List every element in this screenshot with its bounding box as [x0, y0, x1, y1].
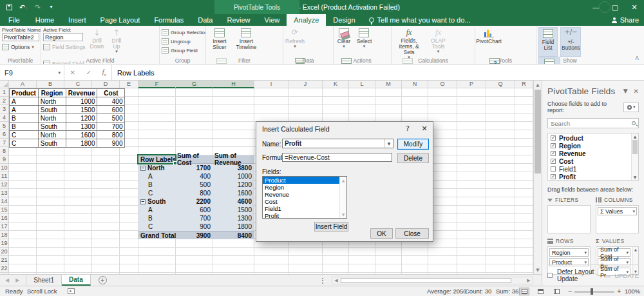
column-header-D[interactable]: D — [92, 81, 120, 88]
cell[interactable]: 500 — [97, 114, 125, 123]
collapse-group-icon[interactable]: − — [140, 166, 146, 171]
cell[interactable]: 900 — [97, 139, 125, 148]
field-list-scrollbar[interactable]: ▲ ▼ — [631, 133, 638, 180]
cell[interactable]: Revenue — [66, 89, 97, 97]
scroll-up-icon[interactable]: ▲ — [633, 248, 638, 252]
column-header-Q[interactable]: Q — [486, 81, 515, 88]
dialog-title-bar[interactable]: Insert Calculated Field ? ✕ — [256, 122, 433, 135]
undo-icon[interactable]: ↶▾ — [19, 4, 28, 11]
cell[interactable]: 1300 — [66, 123, 97, 131]
pivot-cell[interactable]: 1200 — [213, 181, 254, 188]
pivottable-name-input[interactable]: PivotTable2 — [2, 33, 39, 41]
close-button[interactable]: Close — [395, 228, 429, 239]
field-item-cost[interactable]: Cost — [548, 157, 638, 165]
plus-minus-buttons-button[interactable]: +/− +/- Buttons — [560, 27, 581, 57]
share-button[interactable]: Share — [612, 14, 639, 26]
name-dropdown-icon[interactable]: ▼ — [384, 139, 393, 148]
vertical-scrollbar[interactable]: ▲ ▼ — [533, 81, 542, 274]
tab-review[interactable]: Review — [220, 14, 257, 26]
field-item-product[interactable]: Product — [548, 134, 638, 142]
row-header-15[interactable]: 15 — [0, 206, 9, 214]
modify-button[interactable]: Modify — [397, 139, 429, 150]
checkbox-icon[interactable] — [551, 166, 556, 172]
scroll-up-icon[interactable]: ▲ — [632, 134, 638, 139]
zoom-slider-thumb[interactable] — [591, 288, 593, 295]
tab-file[interactable]: File — [0, 14, 28, 26]
cell[interactable]: A — [10, 106, 39, 114]
row-header-1[interactable]: 1 — [0, 88, 9, 97]
cell[interactable]: 400 — [97, 97, 125, 106]
row-header-20[interactable]: 20 — [0, 248, 9, 256]
pivot-cell[interactable]: 1800 — [213, 223, 254, 230]
pane-close-icon[interactable]: ✕ — [634, 88, 639, 95]
group-selection-button[interactable]: Group Selection — [162, 28, 204, 37]
scroll-up-icon[interactable]: ▲ — [340, 178, 346, 183]
insert-timeline-button[interactable]: Insert Timeline — [234, 27, 258, 57]
checkbox-checked-icon[interactable] — [551, 143, 556, 148]
search-input[interactable]: Search — [547, 118, 639, 128]
cell[interactable]: 700 — [97, 123, 125, 131]
row-header-4[interactable]: 4 — [0, 113, 9, 122]
cell[interactable]: Region — [38, 89, 66, 97]
tell-me-box[interactable]: Tell me what you want to do... — [363, 14, 477, 26]
column-header-P[interactable]: P — [457, 81, 486, 88]
normal-view-icon[interactable] — [519, 288, 529, 295]
cell[interactable]: C — [10, 139, 39, 148]
collapse-group-icon[interactable]: − — [140, 199, 146, 204]
fields-items-sets-button[interactable]: fx Fields, Items, & Sets▾ — [393, 27, 424, 57]
horizontal-scrollbar[interactable]: ◀ ▶ — [332, 277, 533, 284]
row-header-14[interactable]: 14 — [0, 197, 9, 206]
sheet-tab-data[interactable]: Data — [62, 275, 91, 286]
refresh-button[interactable]: ⟳ Refresh▾ — [285, 27, 305, 57]
row-header-22[interactable]: 22 — [0, 264, 9, 273]
next-sheet-icon[interactable]: ▶ — [15, 277, 19, 283]
olap-tools-button[interactable]: fx OLAP Tools▾ — [427, 27, 449, 57]
customize-qat-icon[interactable]: ▾ — [50, 5, 52, 10]
macro-record-icon[interactable] — [68, 288, 75, 294]
listbox-scrollbar[interactable]: ▲ ▼ — [339, 177, 346, 218]
cell[interactable]: 1500 — [66, 106, 97, 114]
cell[interactable]: 600 — [97, 106, 125, 114]
ok-button[interactable]: OK — [370, 228, 393, 239]
list-item[interactable]: Revenue — [263, 191, 346, 198]
clear-button[interactable]: Clear▾ — [336, 27, 352, 57]
column-header-B[interactable]: B — [37, 81, 64, 88]
checkbox-checked-icon[interactable] — [551, 151, 556, 156]
prev-sheet-icon[interactable]: ◀ — [5, 277, 9, 283]
scroll-right-icon[interactable]: ▶ — [525, 278, 533, 283]
column-header-C[interactable]: C — [64, 81, 92, 88]
ungroup-button[interactable]: Ungroup — [162, 37, 204, 46]
pivot-table[interactable]: Row Labels▼ Sum of Cost Sum of Revenue −… — [138, 155, 254, 239]
cell[interactable]: North — [38, 131, 66, 139]
options-button[interactable]: Options▾ — [2, 43, 39, 52]
formula-input[interactable]: Row Labels — [112, 65, 644, 80]
cell[interactable]: South — [38, 106, 66, 114]
checkbox-checked-icon[interactable] — [551, 174, 556, 179]
pivot-row-labels-header[interactable]: Row Labels▼ — [138, 156, 176, 163]
update-button[interactable]: UPDATE — [614, 272, 639, 279]
row-header-11[interactable]: 11 — [0, 172, 9, 181]
drill-up-button[interactable]: ↑ Drill Up▾ — [108, 27, 125, 57]
collapse-ribbon-icon[interactable]: ᐱ — [636, 55, 639, 61]
name-box-dropdown-icon[interactable]: ▾ — [58, 70, 61, 75]
dialog-close-icon[interactable]: ✕ — [416, 124, 433, 133]
insert-function-icon[interactable]: fx — [102, 68, 106, 77]
cell[interactable]: 1600 — [66, 131, 97, 139]
cell[interactable]: B — [10, 123, 39, 131]
tab-insert[interactable]: Insert — [61, 14, 93, 26]
row-header-12[interactable]: 12 — [0, 181, 9, 189]
help-icon[interactable]: ? — [399, 124, 416, 133]
cell[interactable]: Product — [10, 89, 39, 97]
cell[interactable]: C — [10, 131, 39, 139]
list-item[interactable]: Cost — [263, 198, 346, 205]
horizontal-scroll-thumb[interactable] — [341, 278, 511, 283]
group-field-button[interactable]: Group Field — [162, 46, 204, 55]
field-item-revenue[interactable]: Revenue — [548, 150, 638, 157]
close-icon[interactable]: ✕ — [625, 0, 644, 14]
delete-button[interactable]: Delete — [397, 153, 429, 163]
tab-design[interactable]: Design — [326, 14, 362, 26]
column-header-I[interactable]: I — [254, 81, 289, 88]
row-header-19[interactable]: 19 — [0, 239, 9, 248]
column-header-O[interactable]: O — [428, 81, 457, 88]
name-combobox[interactable]: Profit ▼ — [282, 139, 393, 148]
